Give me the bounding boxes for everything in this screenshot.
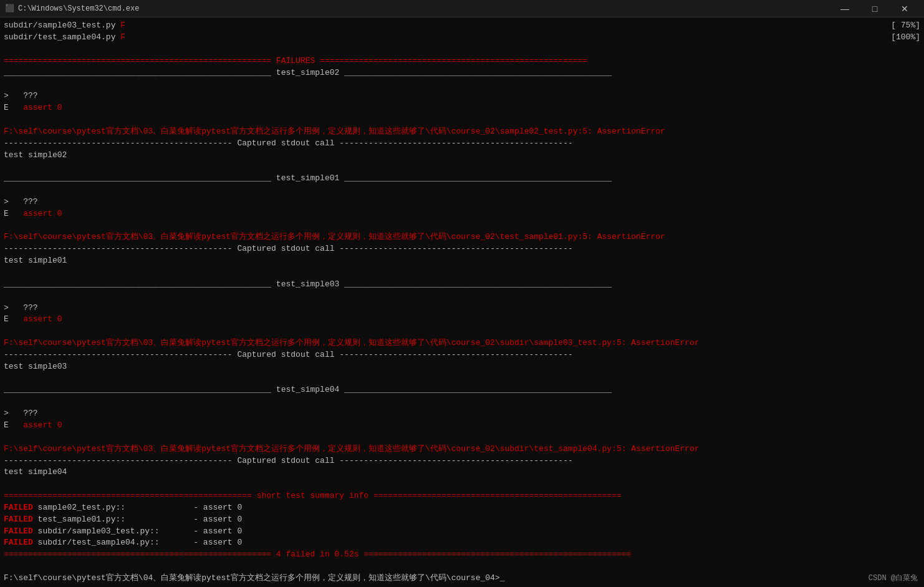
close-button[interactable]: ✕ bbox=[890, 0, 919, 17]
section-separator: ----------------------------------------… bbox=[4, 455, 920, 467]
window-title: C:\Windows\System32\cmd.exe bbox=[18, 4, 139, 13]
title-bar: ⬛ C:\Windows\System32\cmd.exe — □ ✕ bbox=[0, 0, 924, 17]
terminal-line bbox=[4, 396, 920, 408]
minimize-button[interactable]: — bbox=[830, 0, 859, 17]
progress-pct: [100%] bbox=[891, 32, 920, 44]
arrow-line: > ??? bbox=[4, 196, 920, 208]
failed-summary-line: FAILED sample02_test.py:: - assert 0 bbox=[4, 502, 920, 514]
cmd-icon: ⬛ bbox=[5, 4, 14, 13]
terminal-line bbox=[4, 267, 920, 279]
error-path-line: F:\self\course\pytest官方文档\03、白菜兔解读pytest… bbox=[4, 126, 920, 138]
terminal-line: subdir/sample03_test.py F[ 75%] bbox=[4, 20, 920, 32]
terminal-line bbox=[4, 432, 920, 444]
terminal-line: test simple02 bbox=[4, 150, 920, 162]
terminal-line: test simple04 bbox=[4, 467, 920, 478]
terminal-line bbox=[4, 44, 920, 56]
terminal-line bbox=[4, 373, 920, 385]
error-assert-line: E assert 0 bbox=[4, 420, 920, 432]
section-separator: ----------------------------------------… bbox=[4, 243, 920, 255]
terminal-line: subdir/test_sample04.py F[100%] bbox=[4, 32, 920, 44]
terminal-line bbox=[4, 79, 920, 91]
title-bar-controls: — □ ✕ bbox=[830, 0, 919, 17]
terminal-line bbox=[4, 185, 920, 196]
section-separator: ----------------------------------------… bbox=[4, 138, 920, 150]
error-path-line: F:\self\course\pytest官方文档\03、白菜兔解读pytest… bbox=[4, 337, 920, 349]
failed-summary-line: FAILED subdir/sample03_test.py:: - asser… bbox=[4, 526, 920, 538]
section-separator: ________________________________________… bbox=[4, 67, 920, 79]
maximize-button[interactable]: □ bbox=[860, 0, 889, 17]
separator-line: ========================================… bbox=[4, 56, 920, 67]
error-assert-line: E assert 0 bbox=[4, 208, 920, 220]
error-path-line: F:\self\course\pytest官方文档\03、白菜兔解读pytest… bbox=[4, 444, 920, 455]
terminal-line bbox=[4, 220, 920, 232]
separator-line: ========================================… bbox=[4, 549, 920, 561]
failed-summary-line: FAILED test_sample01.py:: - assert 0 bbox=[4, 514, 920, 526]
arrow-line: > ??? bbox=[4, 90, 920, 102]
prompt-line: F:\self\course\pytest官方文档\04、白菜兔解读pytest… bbox=[4, 573, 920, 585]
terminal-line bbox=[4, 291, 920, 303]
section-separator: ________________________________________… bbox=[4, 279, 920, 291]
terminal-line bbox=[4, 478, 920, 490]
separator-line: ========================================… bbox=[4, 490, 920, 502]
section-separator: ----------------------------------------… bbox=[4, 349, 920, 361]
terminal-line: test simple03 bbox=[4, 361, 920, 373]
failed-summary-line: FAILED subdir/test_sample04.py:: - asser… bbox=[4, 537, 920, 549]
terminal: Microsoft Windows [版本 10.0.19045.3448](c… bbox=[0, 17, 924, 587]
terminal-line: test simple01 bbox=[4, 255, 920, 267]
section-separator: ________________________________________… bbox=[4, 384, 920, 396]
arrow-line: > ??? bbox=[4, 408, 920, 420]
error-path-line: F:\self\course\pytest官方文档\03、白菜兔解读pytest… bbox=[4, 231, 920, 243]
progress-pct: [ 75%] bbox=[891, 20, 920, 32]
terminal-line bbox=[4, 161, 920, 173]
error-assert-line: E assert 0 bbox=[4, 314, 920, 326]
arrow-line: > ??? bbox=[4, 303, 920, 314]
terminal-line bbox=[4, 561, 920, 573]
section-separator: ________________________________________… bbox=[4, 173, 920, 185]
title-bar-left: ⬛ C:\Windows\System32\cmd.exe bbox=[5, 4, 139, 13]
progress-file: subdir/sample03_test.py F bbox=[4, 20, 125, 32]
watermark-label: CSDN @白菜兔 bbox=[869, 573, 918, 583]
terminal-line bbox=[4, 114, 920, 126]
progress-file: subdir/test_sample04.py F bbox=[4, 32, 125, 44]
error-assert-line: E assert 0 bbox=[4, 102, 920, 114]
terminal-line bbox=[4, 326, 920, 337]
